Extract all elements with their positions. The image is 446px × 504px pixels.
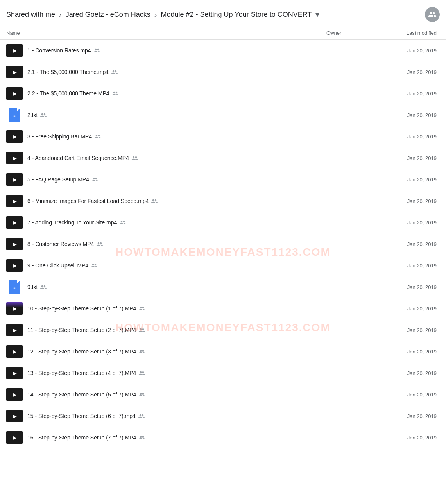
breadcrumb-parent[interactable]: Jared Goetz - eCom Hacks: [66, 11, 150, 19]
column-name[interactable]: Name ↑: [6, 29, 326, 36]
video-thumb-icon: [6, 195, 23, 207]
file-name-area: 2.2 - The $5,000,000 Theme.MP4: [27, 90, 326, 97]
video-thumb-icon: [6, 410, 23, 422]
file-icon-wrapper: [6, 300, 23, 317]
file-name: 16 - Step-by-Step Theme Setup (7 of 7).M…: [27, 434, 136, 441]
sort-arrow-icon: ↑: [21, 29, 25, 36]
file-name-area: 9 - One Click Upsell.MP4: [27, 262, 326, 269]
file-name: 7 - Adding Tracking To Your Site.mp4: [27, 219, 117, 226]
file-row[interactable]: 5 - FAQ Page Setup.MP4 Jan 20, 2019: [0, 169, 446, 190]
shared-icon: [111, 68, 118, 75]
file-name: 14 - Step-by-Step Theme Setup (5 of 7).M…: [27, 391, 136, 398]
file-icon-wrapper: [6, 193, 23, 209]
shared-icon: [138, 434, 145, 441]
file-icon-wrapper: [6, 150, 23, 166]
file-modified: Jan 20, 2019: [389, 91, 440, 97]
file-name-area: 8 - Customer Reviews.MP4: [27, 240, 326, 248]
file-modified: Jan 20, 2019: [389, 155, 440, 161]
file-modified: Jan 20, 2019: [389, 392, 440, 398]
file-name-area: 12 - Step-by-Step Theme Setup (3 of 7).M…: [27, 348, 326, 355]
file-row[interactable]: 8 - Customer Reviews.MP4 Jan 20, 2019: [0, 233, 446, 255]
file-name-area: 6 - Minimize Images For Fastest Load Spe…: [27, 197, 326, 204]
video-thumb-icon: [6, 87, 23, 100]
file-name: 12 - Step-by-Step Theme Setup (3 of 7).M…: [27, 348, 136, 355]
file-row[interactable]: 2.2 - The $5,000,000 Theme.MP4 Jan 20, 2…: [0, 83, 446, 104]
file-name-area: 9.txt: [27, 283, 326, 291]
file-row[interactable]: ≡ 9.txt Jan 20, 2019: [0, 276, 446, 298]
video-thumb-icon: [6, 173, 23, 186]
file-row[interactable]: 2.1 - The $5,000,000 Theme.mp4 Jan 20, 2…: [0, 61, 446, 83]
shared-icon: [131, 154, 138, 161]
file-name: 4 - Abandoned Cart Email Sequence.MP4: [27, 155, 129, 161]
file-row[interactable]: 1 - Conversion Rates.mp4 Jan 20, 2019: [0, 40, 446, 61]
file-row[interactable]: 13 - Step-by-Step Theme Setup (4 of 7).M…: [0, 362, 446, 384]
breadcrumb-current: Module #2 - Setting Up Your Store to CON…: [161, 11, 312, 19]
breadcrumb-dropdown-icon[interactable]: ▾: [315, 10, 319, 19]
file-row[interactable]: ≡ 2.txt Jan 20, 2019: [0, 104, 446, 126]
name-col-label: Name: [6, 30, 20, 36]
file-name: 1 - Conversion Rates.mp4: [27, 47, 91, 54]
shared-icon: [93, 47, 100, 54]
file-icon-wrapper: [6, 343, 23, 360]
file-row[interactable]: 4 - Abandoned Cart Email Sequence.MP4 Ja…: [0, 147, 446, 169]
breadcrumb-sep-1: ›: [57, 10, 63, 19]
file-modified: Jan 20, 2019: [389, 198, 440, 204]
file-modified: Jan 20, 2019: [389, 220, 440, 226]
people-icon: [428, 10, 437, 19]
shared-icon: [94, 133, 101, 140]
file-name: 6 - Minimize Images For Fastest Load Spe…: [27, 198, 149, 204]
file-name-area: 13 - Step-by-Step Theme Setup (4 of 7).M…: [27, 369, 326, 377]
video-thumb-icon: [6, 367, 23, 379]
file-icon-wrapper: [6, 214, 23, 231]
file-modified: Jan 20, 2019: [389, 413, 440, 419]
video-thumb-icon: [6, 431, 23, 444]
video-thumb-icon: [6, 302, 23, 315]
video-thumb-icon: [6, 130, 23, 143]
video-thumb-icon: [6, 216, 23, 229]
shared-icon: [138, 413, 145, 420]
file-name-area: 3 - Free Shipping Bar.MP4: [27, 133, 326, 140]
table-header: Name ↑ Owner Last modified: [0, 26, 446, 40]
file-name: 13 - Step-by-Step Theme Setup (4 of 7).M…: [27, 370, 136, 376]
shared-icon: [91, 262, 98, 269]
file-row[interactable]: 3 - Free Shipping Bar.MP4 Jan 20, 2019: [0, 126, 446, 147]
file-modified: Jan 20, 2019: [389, 134, 440, 140]
file-name-area: 1 - Conversion Rates.mp4: [27, 47, 326, 54]
file-modified: Jan 20, 2019: [389, 177, 440, 183]
file-name: 9 - One Click Upsell.MP4: [27, 262, 88, 269]
file-icon-wrapper: [6, 236, 23, 252]
file-row[interactable]: 15 - Step-by-Step Theme Setup (6 of 7).m…: [0, 405, 446, 427]
video-thumb-icon: [6, 345, 23, 358]
file-modified: Jan 20, 2019: [389, 349, 440, 355]
file-modified: Jan 20, 2019: [389, 263, 440, 269]
shared-icon: [151, 197, 158, 204]
file-row[interactable]: 12 - Step-by-Step Theme Setup (3 of 7).M…: [0, 341, 446, 362]
video-thumb-icon: [6, 259, 23, 272]
video-thumb-icon: [6, 324, 23, 336]
shared-icon: [91, 176, 99, 183]
file-row[interactable]: 7 - Adding Tracking To Your Site.mp4 Jan…: [0, 212, 446, 233]
file-name-area: 7 - Adding Tracking To Your Site.mp4: [27, 219, 326, 226]
file-icon-wrapper: [6, 64, 23, 80]
breadcrumb: Shared with me › Jared Goetz - eCom Hack…: [0, 0, 446, 26]
shared-icon: [119, 219, 126, 226]
doc-icon: ≡: [9, 280, 20, 294]
file-modified: Jan 20, 2019: [389, 370, 440, 376]
file-row[interactable]: 9 - One Click Upsell.MP4 Jan 20, 2019: [0, 255, 446, 276]
file-row[interactable]: 14 - Step-by-Step Theme Setup (5 of 7).M…: [0, 384, 446, 405]
breadcrumb-root[interactable]: Shared with me: [6, 11, 55, 19]
file-row[interactable]: 16 - Step-by-Step Theme Setup (7 of 7).M…: [0, 427, 446, 448]
file-name: 9.txt: [27, 284, 38, 290]
file-name-area: 2.txt: [27, 111, 326, 118]
file-icon-wrapper: [6, 257, 23, 274]
file-modified: Jan 20, 2019: [389, 284, 440, 290]
file-modified: Jan 20, 2019: [389, 435, 440, 441]
file-row[interactable]: 10 - Step-by-Step Theme Setup (1 of 7).M…: [0, 298, 446, 319]
file-list: 1 - Conversion Rates.mp4 Jan 20, 2019 2.…: [0, 40, 446, 448]
file-name-area: 11 - Step-by-Step Theme Setup (2 of 7).M…: [27, 326, 326, 334]
shared-icon: [40, 111, 47, 118]
file-row[interactable]: 6 - Minimize Images For Fastest Load Spe…: [0, 190, 446, 212]
user-avatar[interactable]: [425, 7, 440, 22]
file-icon-wrapper: [6, 42, 23, 59]
file-row[interactable]: 11 - Step-by-Step Theme Setup (2 of 7).M…: [0, 319, 446, 341]
